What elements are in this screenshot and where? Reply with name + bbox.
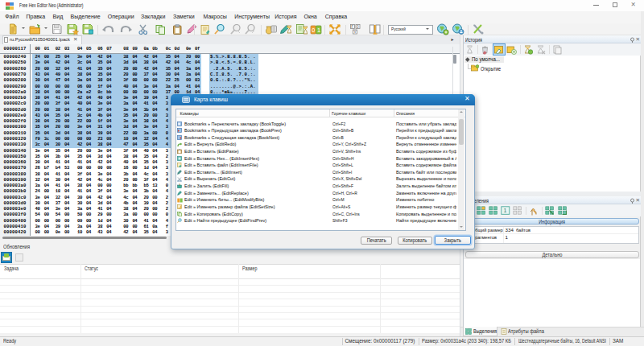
svg-text:V: V (353, 31, 356, 35)
svg-text:1: 1 (503, 208, 506, 213)
svg-text:1: 1 (317, 26, 320, 33)
svg-text:F: F (351, 25, 353, 29)
svg-text:0: 0 (312, 26, 315, 33)
